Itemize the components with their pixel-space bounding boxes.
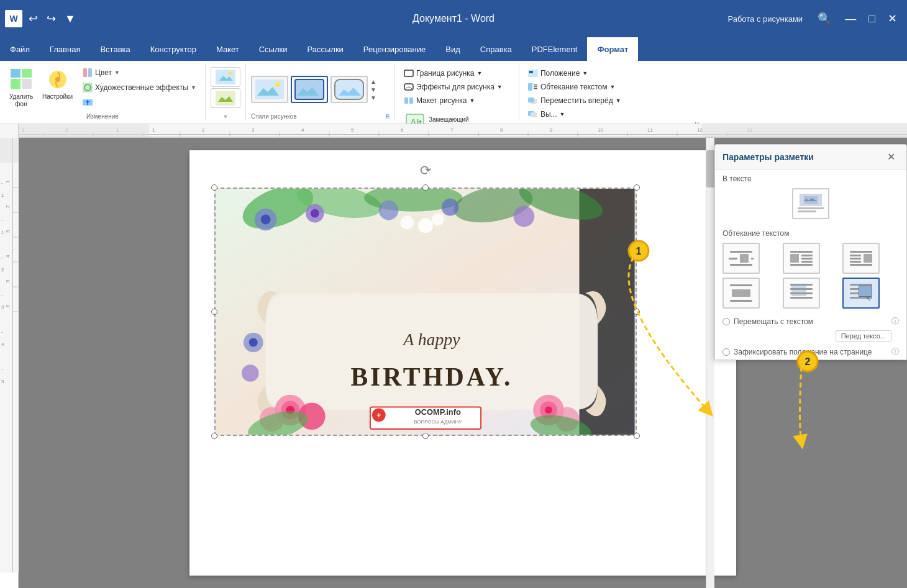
wrap-btn-3[interactable] (842, 243, 880, 274)
wrap-icon-1 (729, 251, 754, 266)
img-style-2[interactable] (291, 76, 328, 103)
handle-bc[interactable] (422, 433, 429, 439)
move-with-text-label: Перемещать с текстом (734, 317, 813, 326)
svg-text:-: - (1, 366, 3, 372)
img-style-3[interactable] (330, 76, 368, 103)
wi4-line1 (730, 284, 752, 286)
menu-home[interactable]: Главная (40, 37, 90, 61)
svg-rect-20 (404, 97, 408, 104)
text-wrap-label: Обтекание текстом (540, 83, 607, 91)
menu-file[interactable]: Файл (0, 37, 40, 61)
move-radio[interactable] (722, 318, 730, 325)
minimize-btn[interactable]: — (840, 10, 861, 28)
wrap-icon-5 (789, 283, 814, 304)
handle-tr[interactable] (634, 184, 640, 191)
border-btn[interactable]: Граница рисунка ▼ (400, 67, 486, 79)
wrap-btn-5[interactable] (783, 278, 820, 309)
color-btn[interactable]: Цвет ▼ (79, 66, 200, 79)
svg-rect-3 (22, 79, 32, 89)
img-style-1[interactable] (251, 76, 288, 103)
bring-fwd-btn[interactable]: Переместить вперёд ▼ (524, 94, 625, 107)
bring-fwd-label: Переместить вперёд (540, 96, 613, 105)
layout-btn[interactable]: Макет рисунка ▼ (400, 94, 478, 107)
close-btn[interactable]: ✕ (883, 9, 902, 28)
svg-point-107 (379, 201, 399, 220)
svg-text:1: 1 (1, 192, 4, 198)
move-with-text-option[interactable]: Перемещать с текстом ⓘ (715, 314, 906, 329)
menu-help[interactable]: Справка (470, 37, 522, 61)
wrap-icon-2 (790, 251, 813, 266)
wi-line-bottom (730, 264, 752, 266)
menu-format[interactable]: Формат (587, 37, 638, 61)
svg-text:BIRTHDAY.: BIRTHDAY. (350, 363, 513, 391)
wi5-l2 (790, 288, 813, 290)
menu-pdfelement[interactable]: PDFElement (522, 37, 588, 61)
menu-mailings[interactable]: Рассылки (297, 37, 353, 61)
compress-btn[interactable] (79, 96, 200, 109)
redo-btn[interactable]: ↪ (44, 9, 58, 28)
before-text-btn[interactable]: Перед тексо... (836, 330, 891, 341)
wi3-line-bot (850, 264, 872, 266)
svg-text:2: 2 (202, 127, 205, 133)
styles-expand-icon[interactable]: ⎘ (386, 113, 390, 120)
wi2-l1 (801, 255, 813, 256)
remove-bg-btn[interactable]: Удалитьфон (5, 65, 37, 111)
placeholder-btn[interactable]: Alt Замещающийтекст (400, 109, 473, 124)
rotation-handle[interactable]: ⟳ (420, 163, 431, 179)
styles-down[interactable]: ▼ (370, 86, 376, 93)
styles-scrollbar[interactable]: ▲ ▼ ▼ (370, 78, 376, 101)
maximize-btn[interactable]: □ (864, 10, 880, 28)
svg-rect-27 (534, 84, 537, 86)
document-title: Документ1 - Word (412, 13, 495, 24)
fix-position-option[interactable]: Зафиксировать положение на странице ⓘ (715, 344, 906, 360)
menu-view[interactable]: Вид (435, 37, 470, 61)
selected-image-container[interactable]: ⟳ (214, 188, 637, 436)
send-back-btn[interactable]: Вы... ▼ (524, 108, 569, 120)
scrollbar-vertical[interactable] (706, 138, 714, 588)
handle-tc[interactable] (422, 184, 429, 191)
menu-layout[interactable]: Макет (206, 37, 249, 61)
menu-review[interactable]: Рецензирование (353, 37, 435, 61)
search-btn[interactable]: 🔍 (811, 9, 837, 28)
svg-text:A happy: A happy (402, 330, 460, 349)
handle-mr[interactable] (634, 309, 640, 315)
picture-icon-btn2[interactable] (211, 88, 240, 108)
ribbon-group-change-content: Удалитьфон Настройки (5, 65, 200, 112)
menu-constructor[interactable]: Конструктор (140, 37, 206, 61)
handle-tl[interactable] (211, 184, 217, 191)
effects-btn[interactable]: Эффекты для рисунка ▼ (400, 81, 506, 93)
wi2-middle (790, 254, 813, 263)
styles-up[interactable]: ▲ (370, 78, 376, 85)
styles-more[interactable]: ▼ (370, 94, 376, 101)
fix-radio[interactable] (722, 348, 730, 356)
wi2-img (790, 254, 799, 263)
svg-text:4: 4 (301, 127, 304, 133)
wi-right-line (751, 258, 754, 260)
wrap-btn-6[interactable]: ↖ (842, 278, 880, 309)
svg-point-12 (229, 71, 232, 75)
wi3-l3 (850, 261, 861, 263)
wrap-btn-4[interactable] (722, 278, 760, 309)
handle-bl[interactable] (211, 433, 217, 439)
inline-preview-btn[interactable] (792, 188, 829, 219)
layout-panel-close-btn[interactable]: ✕ (883, 150, 899, 164)
main-area: 1 2 3 4 5 6 - 1 - 1 - 2 - 3 - 4 - 5 (0, 138, 907, 588)
wrap-btn-1[interactable] (722, 243, 760, 274)
handle-br[interactable] (634, 433, 640, 439)
corrections-btn[interactable]: Настройки (39, 65, 76, 111)
art-effects-btn[interactable]: Художественные эффекты ▼ (79, 81, 200, 94)
scrollbar-thumb[interactable] (706, 150, 715, 188)
wrap-btn-2[interactable] (783, 243, 820, 274)
picture-icon-btn1[interactable] (211, 67, 240, 87)
svg-text:5: 5 (1, 379, 4, 384)
color-label: Цвет (95, 68, 112, 77)
text-wrap-btn[interactable]: Обтекание текстом ▼ (524, 81, 619, 93)
menu-insert[interactable]: Вставка (90, 37, 140, 61)
handle-ml[interactable] (211, 309, 217, 315)
svg-rect-6 (83, 68, 87, 77)
menu-links[interactable]: Ссылки (249, 37, 298, 61)
position-btn[interactable]: Положение ▼ (524, 67, 591, 79)
layout-dd: ▼ (469, 97, 475, 104)
undo-btn[interactable]: ↩ (26, 9, 40, 28)
svg-rect-11 (216, 70, 235, 84)
